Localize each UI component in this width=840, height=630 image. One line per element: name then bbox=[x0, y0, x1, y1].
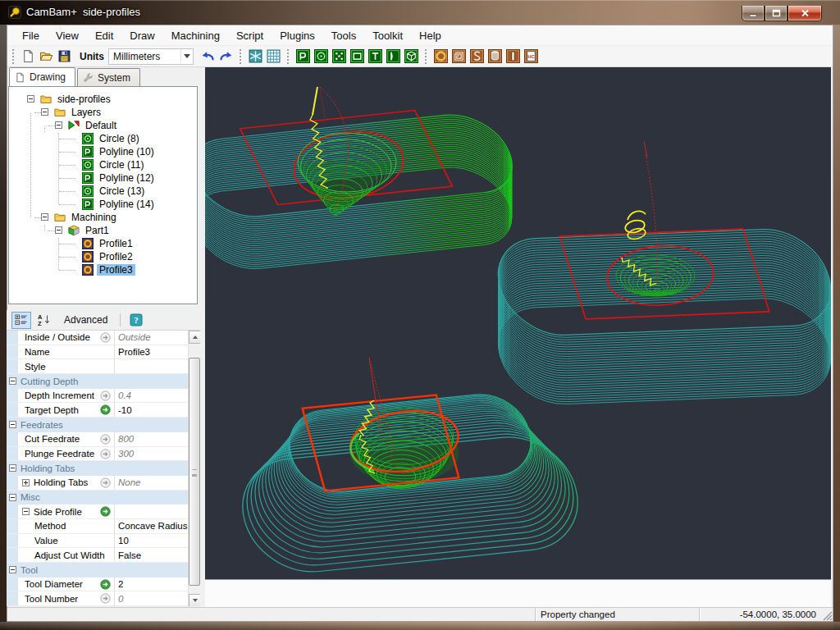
property-value[interactable] bbox=[114, 504, 188, 518]
property-row-inside-outside[interactable]: Inside / OutsideOutside bbox=[7, 331, 188, 345]
property-value[interactable]: 800 bbox=[114, 432, 188, 446]
machining-slot-button[interactable] bbox=[504, 48, 522, 66]
tree-expander[interactable] bbox=[55, 121, 62, 129]
tree-item-circle-13-[interactable]: Circle (13) bbox=[82, 185, 147, 198]
draw-arc-button[interactable] bbox=[384, 48, 402, 66]
tab-system[interactable]: System bbox=[77, 68, 140, 86]
draw-surface-button[interactable] bbox=[402, 48, 420, 66]
tree-item-side-profiles[interactable]: side-profiles bbox=[40, 93, 113, 106]
help-button[interactable]: ? bbox=[126, 312, 146, 329]
property-row-method[interactable]: MethodConcave Radius bbox=[7, 519, 188, 534]
menu-item-file[interactable]: File bbox=[14, 27, 48, 44]
property-row-value[interactable]: Value10 bbox=[7, 534, 188, 549]
menu-item-draw[interactable]: Draw bbox=[121, 27, 162, 44]
menu-item-tools[interactable]: Tools bbox=[323, 27, 364, 44]
menu-item-machining[interactable]: Machining bbox=[163, 27, 228, 44]
chevron-down-icon[interactable] bbox=[180, 49, 193, 64]
property-category-feedrates[interactable]: Feedrates bbox=[7, 418, 188, 432]
scrollbar-thumb[interactable] bbox=[189, 358, 200, 586]
tree-item-profile2[interactable]: Profile2 bbox=[82, 250, 135, 263]
property-value[interactable] bbox=[114, 359, 188, 373]
property-value[interactable]: None bbox=[114, 476, 188, 490]
property-value[interactable]: 0 bbox=[114, 591, 188, 605]
menu-item-edit[interactable]: Edit bbox=[87, 27, 121, 44]
machining-drill-button[interactable] bbox=[486, 48, 504, 66]
property-value[interactable]: 10 bbox=[114, 534, 188, 548]
property-category-cutting-depth[interactable]: Cutting Depth bbox=[7, 374, 188, 389]
maximize-button[interactable] bbox=[765, 6, 788, 21]
property-row-target-depth[interactable]: Target Depth-10 bbox=[7, 403, 188, 418]
tree-item-polyline-12-[interactable]: Polyline (12) bbox=[82, 171, 157, 185]
property-row-adjust-cut-width[interactable]: Adjust Cut WidthFalse bbox=[7, 548, 188, 563]
property-category-misc[interactable]: Misc bbox=[7, 491, 188, 505]
undo-button[interactable] bbox=[199, 48, 217, 66]
property-row-style[interactable]: Style bbox=[7, 359, 188, 374]
scroll-down-button[interactable] bbox=[189, 594, 200, 606]
property-row-name[interactable]: NameProfile3 bbox=[7, 345, 188, 360]
resize-grip[interactable] bbox=[822, 610, 833, 621]
draw-circle-button[interactable] bbox=[312, 48, 330, 66]
tree-expander[interactable] bbox=[41, 213, 48, 221]
tree-item-part1[interactable]: Part1 bbox=[68, 224, 112, 237]
advanced-button[interactable]: Advanced bbox=[57, 313, 114, 327]
property-category-holding-tabs[interactable]: Holding Tabs bbox=[7, 461, 188, 476]
machining-nc-button[interactable]: HC bbox=[522, 48, 540, 66]
menu-item-view[interactable]: View bbox=[48, 27, 87, 44]
tree-item-layers[interactable]: Layers bbox=[54, 106, 103, 119]
close-button[interactable] bbox=[788, 6, 822, 21]
tree-item-default[interactable]: Default bbox=[68, 119, 119, 132]
draw-polyline-button[interactable] bbox=[294, 48, 312, 66]
tree-item-polyline-14-[interactable]: Polyline (14) bbox=[82, 198, 157, 211]
scroll-up-button[interactable] bbox=[189, 331, 200, 344]
tree-item-profile1[interactable]: Profile1 bbox=[82, 237, 135, 250]
sort-alphabetical-button[interactable]: A Z bbox=[34, 312, 54, 329]
property-value[interactable]: 300 bbox=[114, 447, 188, 461]
categorized-view-button[interactable] bbox=[11, 312, 31, 329]
draw-text-button[interactable] bbox=[366, 48, 384, 66]
viewport-3d[interactable] bbox=[205, 67, 831, 579]
property-value[interactable]: -10 bbox=[114, 403, 188, 417]
new-file-button[interactable] bbox=[19, 48, 37, 66]
property-category-tool[interactable]: Tool bbox=[7, 563, 188, 578]
property-row-side-profile[interactable]: Side Profile bbox=[7, 504, 188, 519]
units-select[interactable]: Millimeters bbox=[108, 48, 194, 65]
tree-item-circle-11-[interactable]: Circle (11) bbox=[82, 158, 146, 171]
property-value[interactable]: 2 bbox=[114, 578, 188, 591]
open-file-button[interactable] bbox=[37, 48, 55, 66]
menu-item-toolkit[interactable]: Toolkit bbox=[364, 27, 411, 44]
property-value[interactable]: Concave Radius bbox=[114, 519, 188, 533]
draw-rectangle-button[interactable] bbox=[348, 48, 366, 66]
property-row-holding-tabs[interactable]: Holding TabsNone bbox=[7, 476, 188, 491]
property-value[interactable]: 0.4 bbox=[114, 389, 188, 403]
tree-item-circle-8-[interactable]: Circle (8) bbox=[82, 132, 142, 145]
property-row-tool-number[interactable]: Tool Number0 bbox=[7, 591, 188, 606]
machining-profile-button[interactable] bbox=[431, 48, 450, 66]
draw-points-button[interactable] bbox=[330, 48, 348, 66]
axes-button[interactable] bbox=[246, 48, 264, 66]
property-row-cut-feedrate[interactable]: Cut Feedrate800 bbox=[7, 432, 188, 447]
redo-button[interactable] bbox=[217, 48, 235, 66]
tree-expander[interactable] bbox=[41, 108, 48, 116]
property-grid-scrollbar[interactable] bbox=[188, 331, 200, 606]
property-value[interactable]: Profile3 bbox=[114, 345, 188, 359]
machining-engrave-button[interactable] bbox=[468, 48, 486, 66]
save-file-button[interactable] bbox=[55, 48, 73, 66]
tree-item-profile3[interactable]: Profile3 bbox=[82, 263, 135, 276]
grid-button[interactable] bbox=[264, 48, 282, 66]
tab-drawing[interactable]: Drawing bbox=[9, 67, 75, 86]
property-value[interactable]: Outside bbox=[114, 331, 188, 345]
menu-item-plugins[interactable]: Plugins bbox=[272, 27, 323, 44]
property-value[interactable]: False bbox=[114, 548, 188, 562]
menu-item-script[interactable]: Script bbox=[228, 27, 272, 44]
tree-expander[interactable] bbox=[55, 226, 62, 234]
minimize-button[interactable] bbox=[742, 6, 765, 21]
property-row-depth-increment[interactable]: Depth Increment0.4 bbox=[7, 389, 188, 404]
tree-item-machining[interactable]: Machining bbox=[54, 211, 119, 224]
property-row-plunge-feedrate[interactable]: Plunge Feedrate300 bbox=[7, 447, 188, 462]
menu-item-help[interactable]: Help bbox=[411, 27, 450, 44]
tree-item-polyline-10-[interactable]: Polyline (10) bbox=[82, 145, 157, 158]
machining-pocket-button[interactable] bbox=[450, 48, 468, 66]
tree-expander[interactable] bbox=[27, 95, 34, 103]
title-bar[interactable]: CamBam+ side-profiles bbox=[0, 0, 840, 25]
property-row-tool-diameter[interactable]: Tool Diameter2 bbox=[7, 578, 188, 592]
